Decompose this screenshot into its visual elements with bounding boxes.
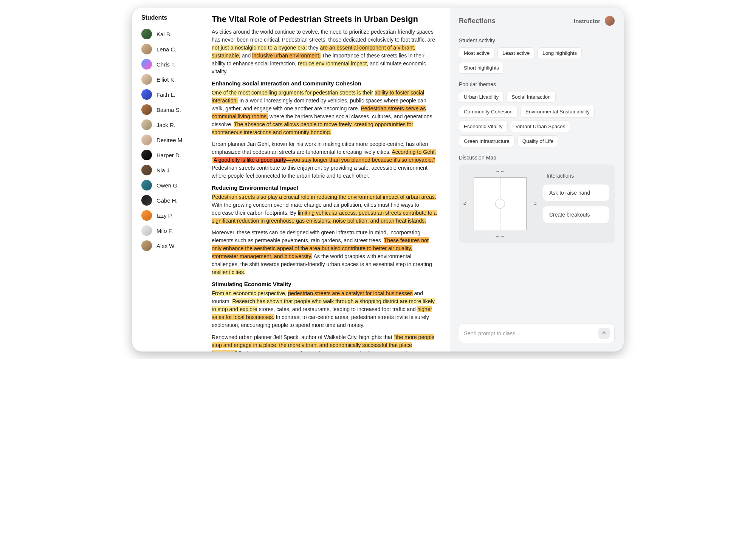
student-row[interactable]: Izzy P. bbox=[141, 208, 197, 223]
student-name: Harper D. bbox=[156, 152, 181, 158]
student-avatar bbox=[141, 210, 152, 221]
student-name: Izzy P. bbox=[156, 212, 173, 219]
theme-chip[interactable]: Green Infrastructure bbox=[459, 135, 514, 147]
student-avatar bbox=[141, 29, 152, 39]
student-name: Gabe H. bbox=[156, 197, 178, 204]
student-name: Elliot K. bbox=[156, 76, 176, 83]
theme-chip[interactable]: Environmental Sustainability bbox=[521, 106, 595, 118]
theme-chip[interactable]: Social Interaction bbox=[507, 91, 556, 103]
reflections-header: Reflections Instructor bbox=[459, 16, 615, 31]
themes-label: Popular themes bbox=[459, 81, 615, 87]
student-avatar bbox=[141, 240, 152, 251]
theme-chip[interactable]: Economic Vitality bbox=[459, 121, 508, 132]
section-heading-1: Enhancing Social Interaction and Communi… bbox=[212, 80, 438, 87]
student-row[interactable]: Faith L. bbox=[141, 87, 197, 102]
theme-chips: Urban LivabilitySocial InteractionCommun… bbox=[459, 91, 615, 147]
quadrant-chart[interactable]: →← ←→ ≠ = bbox=[464, 170, 536, 238]
student-name: Chris T. bbox=[156, 61, 176, 68]
student-name: Jack R. bbox=[156, 122, 175, 128]
discussion-map: →← ←→ ≠ = Interactions Ask to raise hand… bbox=[459, 164, 615, 243]
students-heading: Students bbox=[141, 14, 197, 21]
para-s3b: Renowned urban planner Jeff Speck, autho… bbox=[212, 333, 438, 352]
student-avatar bbox=[141, 44, 152, 54]
activity-chip[interactable]: Long highlights bbox=[538, 47, 582, 59]
student-name: Nia J. bbox=[156, 167, 171, 173]
student-row[interactable]: Lena C. bbox=[141, 42, 197, 57]
map-label: Discussion Map bbox=[459, 155, 615, 161]
student-row[interactable]: Nia J. bbox=[141, 163, 197, 178]
student-name: Kai B. bbox=[156, 31, 172, 37]
student-avatar bbox=[141, 195, 152, 206]
prompt-box bbox=[459, 324, 615, 343]
reflections-title: Reflections bbox=[459, 17, 496, 25]
theme-chip[interactable]: Vibrant Urban Spaces bbox=[511, 121, 570, 132]
instructor-avatar[interactable] bbox=[605, 16, 615, 26]
student-name: Milo F. bbox=[156, 228, 173, 234]
axis-top-icon: →← bbox=[495, 168, 505, 174]
document-pane: The Vital Role of Pedestrian Streets in … bbox=[204, 8, 450, 352]
student-row[interactable]: Jack R. bbox=[141, 117, 197, 132]
student-row[interactable]: Gabe H. bbox=[141, 193, 197, 208]
student-avatar bbox=[141, 89, 152, 100]
student-avatar bbox=[141, 150, 152, 160]
para-s2b: Moreover, these streets can be designed … bbox=[212, 229, 438, 276]
role-label: Instructor bbox=[574, 18, 600, 24]
axis-left-icon: ≠ bbox=[463, 201, 466, 207]
student-row[interactable]: Chris T. bbox=[141, 57, 197, 72]
student-avatar bbox=[141, 165, 152, 175]
theme-chip[interactable]: Urban Livability bbox=[459, 91, 503, 103]
student-name: Alex W. bbox=[156, 243, 176, 249]
activity-chips: Most activeLeast activeLong highlightsSh… bbox=[459, 47, 615, 74]
student-name: Basma S. bbox=[156, 107, 181, 113]
activity-chip[interactable]: Most active bbox=[459, 47, 494, 59]
para-s1b: Urban planner Jan Gehl, known for his wo… bbox=[212, 140, 438, 180]
student-name: Owen G. bbox=[156, 182, 179, 189]
axis-bottom-icon: ←→ bbox=[495, 233, 505, 239]
student-avatar bbox=[141, 59, 152, 70]
para-s1a: One of the most compelling arguments for… bbox=[212, 89, 438, 136]
para-s3a: From an economic perspective, pedestrian… bbox=[212, 290, 438, 329]
activity-chip[interactable]: Short highlights bbox=[459, 62, 504, 74]
reflections-panel: Reflections Instructor Student Activity … bbox=[450, 8, 624, 352]
theme-chip[interactable]: Community Cohesion bbox=[459, 106, 517, 118]
interactions-label: Interactions bbox=[543, 173, 609, 179]
student-avatar bbox=[141, 225, 152, 236]
student-row[interactable]: Desiree M. bbox=[141, 132, 197, 147]
student-row[interactable]: Elliot K. bbox=[141, 72, 197, 87]
student-row[interactable]: Alex W. bbox=[141, 238, 197, 253]
section-heading-2: Reducing Environmental Impact bbox=[212, 184, 438, 191]
activity-chip[interactable]: Least active bbox=[497, 47, 534, 59]
student-avatar bbox=[141, 74, 152, 85]
student-avatar bbox=[141, 180, 152, 190]
map-action-button[interactable]: Ask to raise hand bbox=[543, 184, 609, 201]
student-avatar bbox=[141, 104, 152, 115]
document-title: The Vital Role of Pedestrian Streets in … bbox=[212, 14, 438, 24]
student-name: Lena C. bbox=[156, 46, 177, 53]
map-action-button[interactable]: Create breakouts bbox=[543, 206, 609, 223]
students-sidebar: Students Kai B.Lena C.Chris T.Elliot K.F… bbox=[132, 8, 204, 352]
student-row[interactable]: Harper D. bbox=[141, 147, 197, 163]
app-frame: Students Kai B.Lena C.Chris T.Elliot K.F… bbox=[132, 8, 624, 352]
student-avatar bbox=[141, 119, 152, 130]
student-name: Faith L. bbox=[156, 91, 175, 98]
student-row[interactable]: Kai B. bbox=[141, 26, 197, 42]
section-heading-3: Stimulating Economic Vitality bbox=[212, 281, 438, 287]
student-row[interactable]: Milo F. bbox=[141, 223, 197, 238]
student-row[interactable]: Owen G. bbox=[141, 178, 197, 193]
axis-right-icon: = bbox=[534, 201, 537, 207]
theme-chip[interactable]: Quality of Life bbox=[517, 135, 559, 147]
activity-label: Student Activity bbox=[459, 37, 615, 43]
quadrant-center bbox=[495, 199, 505, 209]
student-avatar bbox=[141, 135, 152, 145]
arrow-up-icon bbox=[601, 330, 607, 336]
student-name: Desiree M. bbox=[156, 137, 184, 143]
para-s2a: Pedestrian streets also play a crucial r… bbox=[212, 193, 438, 225]
para-intro: As cities around the world continue to e… bbox=[212, 28, 438, 76]
send-button[interactable] bbox=[598, 328, 610, 339]
prompt-input[interactable] bbox=[464, 330, 595, 336]
student-row[interactable]: Basma S. bbox=[141, 102, 197, 117]
